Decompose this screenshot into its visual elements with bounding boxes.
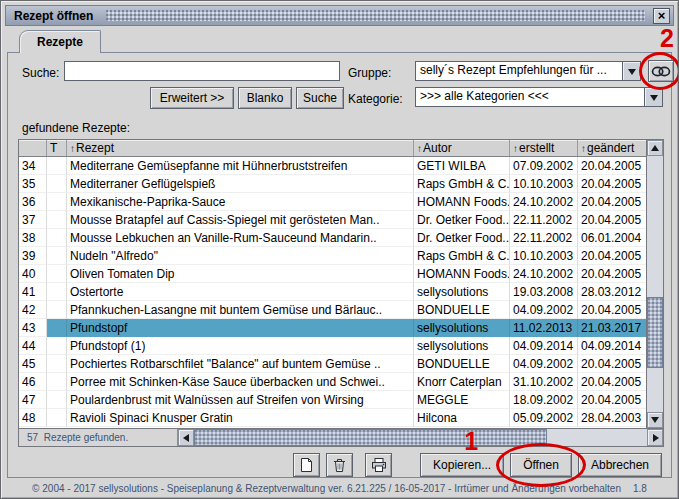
abbrechen-button[interactable]: Abbrechen — [578, 453, 662, 477]
column-header-t[interactable]: T — [47, 140, 67, 156]
horizontal-scroll-thumb[interactable] — [194, 429, 547, 446]
table-row[interactable]: 34 Mediterrane Gemüsepfanne mit Hühnerbr… — [19, 157, 646, 175]
scroll-down-button[interactable] — [647, 412, 663, 428]
kopieren-button[interactable]: Kopieren... — [420, 453, 504, 477]
footer-copyright: © 2004 - 2017 sellysolutions - Speisepla… — [1, 483, 678, 494]
new-document-icon — [299, 457, 314, 473]
tab-panel: Suche: Gruppe: selly´s Rezept Empfehlung… — [7, 52, 672, 478]
cell-erstellt: 04.09.2002 — [510, 301, 578, 319]
table-row[interactable]: 41 Ostertorte sellysolutions 19.03.2008 … — [19, 283, 646, 301]
cell-nr: 48 — [19, 409, 47, 427]
table-row[interactable]: 45 Pochiertes Rotbarschfilet "Balance" a… — [19, 355, 646, 373]
gruppe-label: Gruppe: — [348, 66, 391, 80]
recipes-table: T ↑ Rezept ↑ Autor ↑ erstellt ↑ — [18, 139, 664, 429]
cell-t — [47, 355, 67, 373]
column-header-nr[interactable] — [19, 140, 47, 156]
vertical-scroll-track[interactable] — [647, 156, 663, 412]
table-row[interactable]: 44 Pfundstopf (1) sellysolutions 04.09.2… — [19, 337, 646, 355]
cell-autor: BONDUELLE — [414, 355, 510, 373]
title-bar[interactable]: Rezept öffnen × — [5, 5, 674, 26]
table-row[interactable]: 37 Mousse Bratapfel auf Cassis-Spiegel m… — [19, 211, 646, 229]
cell-geaendert: 20.04.2005 — [578, 175, 646, 193]
close-icon[interactable]: × — [653, 8, 670, 24]
suche-button[interactable]: Suche — [296, 87, 344, 109]
delete-recipe-button[interactable] — [326, 453, 353, 477]
kategorie-select[interactable]: >>> alle Kategorien <<< — [415, 87, 663, 107]
table-row[interactable]: 39 Nudeln "Alfredo" Raps GmbH & C.. 10.1… — [19, 247, 646, 265]
horizontal-scrollbar[interactable] — [177, 429, 663, 446]
table-row[interactable]: 40 Oliven Tomaten Dip HOMANN Foods.. 24.… — [19, 265, 646, 283]
table-row[interactable]: 38 Mousse Lebkuchen an Vanille-Rum-Sauce… — [19, 229, 646, 247]
cell-t — [47, 301, 67, 319]
cell-t — [47, 319, 67, 337]
search-input[interactable] — [64, 61, 340, 81]
blanko-button[interactable]: Blanko — [238, 87, 292, 109]
cell-erstellt: 04.09.2002 — [510, 355, 578, 373]
gruppe-dropdown-button[interactable] — [622, 62, 640, 80]
cell-nr: 42 — [19, 301, 47, 319]
cell-geaendert: 21.03.2017 — [578, 319, 646, 337]
cell-geaendert: 04.09.2014 — [578, 337, 646, 355]
new-recipe-button[interactable] — [293, 453, 320, 477]
cell-nr: 36 — [19, 193, 47, 211]
cell-erstellt: 31.10.2002 — [510, 373, 578, 391]
cell-autor: MEGGLE — [414, 391, 510, 409]
chain-link-icon — [651, 65, 671, 78]
scroll-left-button[interactable] — [178, 429, 194, 446]
cell-erstellt: 07.09.2002 — [510, 157, 578, 175]
cell-rezept: Porree mit Schinken-Käse Sauce überbacke… — [67, 373, 414, 391]
tab-rezepte[interactable]: Rezepte — [19, 30, 101, 53]
footer-version: 1.8 — [633, 483, 647, 494]
cell-erstellt: 22.11.2002 — [510, 229, 578, 247]
trash-icon — [332, 457, 347, 473]
cell-autor: Raps GmbH & C.. — [414, 247, 510, 265]
cell-autor: Knorr Caterplan — [414, 373, 510, 391]
oeffnen-button[interactable]: Öffnen — [510, 453, 572, 477]
scroll-up-button[interactable] — [647, 140, 663, 156]
cell-rezept: Pfundstopf — [67, 319, 414, 337]
dialog-rezept-oeffnen: Rezept öffnen × Rezepte Suche: Gruppe: s… — [0, 0, 679, 499]
cell-rezept: Mediterraner Geflügelspieß — [67, 175, 414, 193]
scroll-right-button[interactable] — [647, 429, 663, 446]
cell-nr: 34 — [19, 157, 47, 175]
horizontal-scroll-track[interactable] — [194, 429, 647, 446]
table-main: T ↑ Rezept ↑ Autor ↑ erstellt ↑ — [19, 140, 646, 428]
gruppe-link-wrap: 2 — [648, 60, 674, 82]
erweitert-button[interactable]: Erweitert >> — [150, 87, 234, 109]
column-header-erstellt[interactable]: ↑ erstellt — [510, 140, 578, 156]
cell-t — [47, 265, 67, 283]
chevron-down-icon — [628, 69, 636, 79]
column-header-rezept[interactable]: ↑ Rezept — [67, 140, 414, 156]
print-button[interactable] — [365, 453, 392, 477]
table-row[interactable]: 36 Mexikanische-Paprika-Sauce HOMANN Foo… — [19, 193, 646, 211]
table-row[interactable]: 43 Pfundstopf sellysolutions 11.02.2013 … — [19, 319, 646, 337]
suche-label: Suche: — [22, 66, 59, 80]
results-label: gefundene Rezepte: — [22, 121, 130, 135]
cell-rezept: Poulardenbrust mit Walnüssen auf Streife… — [67, 391, 414, 409]
tab-rezepte-label: Rezepte — [37, 35, 83, 49]
cell-t — [47, 175, 67, 193]
cell-rezept: Nudeln "Alfredo" — [67, 247, 414, 265]
table-row[interactable]: 35 Mediterraner Geflügelspieß Raps GmbH … — [19, 175, 646, 193]
cell-autor: Dr. Oetker Food.. — [414, 229, 510, 247]
table-row[interactable]: 42 Pfannkuchen-Lasangne mit buntem Gemüs… — [19, 301, 646, 319]
vertical-scrollbar[interactable] — [646, 140, 663, 428]
cell-rezept: Mousse Lebkuchen an Vanille-Rum-Sauceund… — [67, 229, 414, 247]
cell-autor: sellysolutions — [414, 283, 510, 301]
column-header-geaendert[interactable]: ↑ geändert — [578, 140, 646, 156]
cell-autor: GETI WILBA — [414, 157, 510, 175]
cell-t — [47, 247, 67, 265]
cell-rezept: Oliven Tomaten Dip — [67, 265, 414, 283]
cell-t — [47, 283, 67, 301]
table-row[interactable]: 47 Poulardenbrust mit Walnüssen auf Stre… — [19, 391, 646, 409]
column-header-autor[interactable]: ↑ Autor — [414, 140, 510, 156]
cell-erstellt: 19.03.2008 — [510, 283, 578, 301]
gruppe-select[interactable]: selly´s Rezept Empfehlungen für ... — [415, 61, 641, 81]
group-link-button[interactable] — [648, 60, 674, 82]
table-row[interactable]: 48 Ravioli Spinaci Knusper Gratin Hilcon… — [19, 409, 646, 427]
kategorie-dropdown-button[interactable] — [644, 88, 662, 106]
results-count-label: 57 Rezepte gefunden. — [19, 429, 177, 446]
vertical-scroll-thumb[interactable] — [647, 297, 663, 369]
table-row[interactable]: 46 Porree mit Schinken-Käse Sauce überba… — [19, 373, 646, 391]
cell-autor: Dr. Oetker Food.. — [414, 211, 510, 229]
